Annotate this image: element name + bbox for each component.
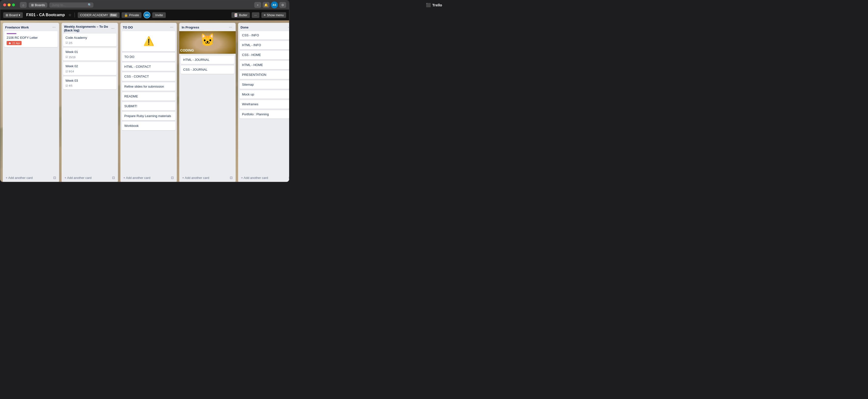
checklist-badge: ☑ 15/19 [65,55,75,59]
member-avatar[interactable]: AS [144,11,150,19]
private-label: Private [129,13,139,17]
more-options-button[interactable]: ··· [252,12,259,18]
card-wireframes[interactable]: ✎ Wireframes [240,100,289,109]
card-submit[interactable]: ✎ SUBMIT! [122,102,175,110]
address-wrapper: 🔍 [49,2,93,8]
boards-button[interactable]: ⊞ Boards [29,2,47,8]
card-portfolio-planning[interactable]: ✎ Portfolio : Planning [240,110,289,118]
checklist-icon: ☑ [65,84,68,87]
card-week-02[interactable]: ✎ Week 02 ☑ 9/14 [63,62,117,75]
butler-button[interactable]: 🃏 Butler [231,12,250,18]
star-icon[interactable]: ☆ [68,13,71,17]
card-2106-rc[interactable]: ✎ 2106 RC EOFY Letter ⏰ 21 Apr [4,31,58,47]
column-header-done: Done ··· [238,23,289,31]
search-icon: 🔍 [88,3,91,7]
notifications-button[interactable]: 🔔 [262,2,270,8]
card-title-wireframes: Wireframes [242,102,289,107]
card-sitemap[interactable]: ✎ Sitemap [240,81,289,89]
card-mockup[interactable]: ✎ Mock up [240,90,289,98]
column-footer-freelance: + Add another card ⊡ [3,173,59,182]
add-label-done: + Add another card [241,176,268,180]
column-header-in-progress: In Progress ··· [179,23,236,31]
card-ruby-learning[interactable]: ✎ Prepare Ruby Learning materials [122,112,175,120]
boards-icon: ⊞ [31,3,34,7]
new-tab-button[interactable]: + [254,2,261,8]
warning-icon: ⚠️ [143,36,154,47]
invite-button[interactable]: Invite [152,12,166,18]
checklist-count: 15/19 [69,56,75,59]
card-week-03[interactable]: ✎ Week 03 ☑ 4/5 [63,77,117,89]
show-menu-button[interactable]: ≡ Show menu [261,12,286,18]
cat-image: CODING [179,31,236,54]
card-html-home[interactable]: ✎ HTML - HOME [240,61,289,69]
card-title-html-journal: HTML - JOURNAL [183,58,232,62]
card-refine-slides[interactable]: ✎ Refine slides for submission [122,82,175,91]
card-html-contact[interactable]: ✎ HTML - CONTACT [122,63,175,71]
card-meta-code-academy: ☑ 2/5 [65,41,114,45]
card-week-01[interactable]: ✎ Week 01 ☑ 15/19 [63,48,117,61]
card-title-refine-slides: Refine slides for submission [124,84,173,89]
card-title-css-info: CSS - INFO [242,33,289,37]
card-title-html-info: HTML - INFO [242,43,289,47]
card-css-contact[interactable]: ✎ CSS - CONTACT [122,73,175,81]
column-weekly: Weekly Assignments – To Do (Back log) ··… [62,23,118,182]
checklist-count: 4/5 [69,84,72,87]
template-icon: ⊡ [288,176,289,180]
user-avatar-chrome[interactable]: AS [271,1,278,8]
board-view-button[interactable]: ⊞ Board ▾ [3,12,23,18]
card-css-home[interactable]: ✎ CSS - HOME [240,51,289,59]
column-menu-todo[interactable]: ··· [169,25,174,30]
menu-icon: ≡ [264,13,266,17]
add-label-freelance: + Add another card [6,176,33,180]
column-footer-todo: + Add another card ⊡ [120,173,177,182]
checklist-count: 9/14 [69,70,74,73]
card-warning[interactable]: ⚠️ [122,31,175,51]
checklist-badge: ☑ 9/14 [65,70,74,73]
address-bar[interactable] [49,2,93,8]
settings-button[interactable]: ⚙ [279,2,286,8]
column-title-weekly: Weekly Assignments – To Do (Back log) [64,25,110,32]
coder-academy-button[interactable]: CODER ACADEMY Free [78,12,120,18]
card-readme[interactable]: ✎ README [122,92,175,101]
card-meta-week02: ☑ 9/14 [65,70,114,73]
card-code-academy[interactable]: ✎ Code Academy ☑ 2/5 [63,34,117,47]
column-menu-weekly[interactable]: ··· [110,26,116,31]
card-presentation[interactable]: ✎ PRESENTATION [240,71,289,79]
butler-icon: 🃏 [234,13,238,17]
more-dots-icon: ··· [254,13,257,17]
template-icon: ⊡ [112,176,115,180]
home-icon-btn[interactable]: ⌂ [20,2,27,8]
card-todo-plain[interactable]: ✎ TO DO [122,53,175,61]
column-menu-freelance[interactable]: ··· [52,25,57,30]
clock-icon: ⏰ [8,41,11,45]
chrome-nav: ⌂ ⊞ Boards 🔍 [20,2,252,8]
card-html-info[interactable]: ✎ HTML - INFO [240,41,289,49]
column-cards-in-progress: CODING ✎ HTML - JOURNAL ✎ CSS - JOURNAL [179,31,236,173]
column-header-todo: TO DO ··· [120,23,177,31]
add-card-button-freelance[interactable]: + Add another card ⊡ [4,174,58,181]
column-header-freelance: Freelance Work ··· [3,23,59,31]
add-card-button-todo[interactable]: + Add another card ⊡ [122,174,175,181]
column-menu-in-progress[interactable]: ··· [228,25,233,30]
add-card-button-done[interactable]: + Add another card ⊡ [240,174,289,181]
free-badge: Free [110,13,117,17]
card-title-code-academy: Code Academy [65,35,114,40]
minimize-button[interactable] [8,3,10,6]
card-html-journal[interactable]: ✎ HTML - JOURNAL [181,56,234,64]
private-button[interactable]: 🔒 Private [122,12,142,18]
template-icon: ⊡ [171,176,174,180]
column-title-in-progress: In Progress [182,26,228,29]
column-menu-done[interactable]: ··· [287,25,289,30]
add-card-button-weekly[interactable]: + Add another card ⊡ [63,174,117,181]
card-coding[interactable]: CODING [181,31,234,54]
card-workbook[interactable]: ✎ Workbook [122,122,175,130]
window-chrome: ⌂ ⊞ Boards 🔍 ⬛ Trello + 🔔 AS ⚙ [0,0,289,9]
add-label-todo: + Add another card [123,176,150,180]
add-card-button-in-progress[interactable]: + Add another card ⊡ [181,174,234,181]
card-title-week02: Week 02 [65,64,114,68]
maximize-button[interactable] [12,3,15,6]
close-button[interactable] [3,3,6,6]
card-css-journal[interactable]: ✎ CSS - JOURNAL [181,65,234,74]
column-header-weekly: Weekly Assignments – To Do (Back log) ··… [62,23,118,34]
card-css-info[interactable]: ✎ CSS - INFO [240,31,289,39]
